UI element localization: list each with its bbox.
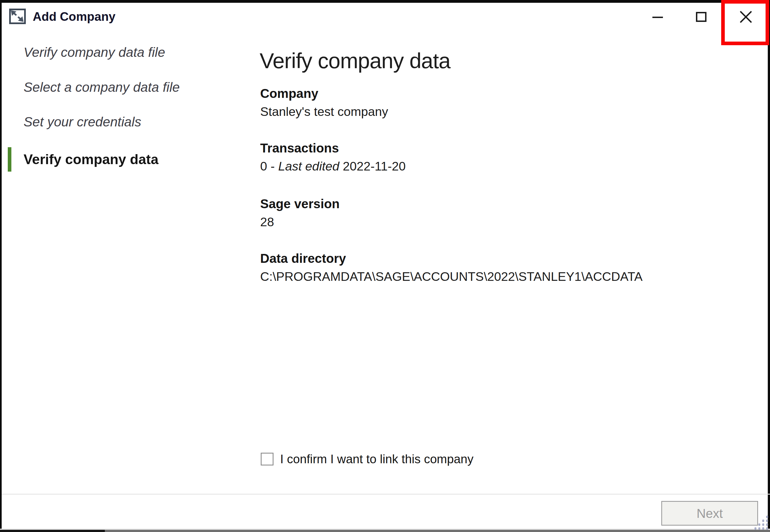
close-button[interactable]	[739, 10, 753, 24]
link-arrows-icon	[9, 9, 26, 24]
field-data-directory: Data directory C:\PROGRAMDATA\SAGE\ACCOU…	[260, 250, 643, 286]
add-company-dialog: Add Company Verify company data file Sel…	[0, 0, 770, 532]
field-transactions: Transactions 0 - Last edited 2022-11-20	[260, 140, 406, 175]
field-label: Transactions	[260, 140, 406, 156]
field-value: Stanley's test company	[260, 103, 388, 121]
window-border-top	[0, 0, 770, 3]
maximize-icon	[696, 12, 707, 22]
window-border-left	[0, 0, 2, 530]
step-select-a-company-data-file[interactable]: Select a company data file	[24, 79, 180, 96]
step-label: Verify company data file	[24, 45, 165, 60]
field-value: C:\PROGRAMDATA\SAGE\ACCOUNTS\2022\STANLE…	[260, 268, 643, 286]
field-label: Company	[260, 85, 388, 102]
step-set-your-credentials[interactable]: Set your credentials	[24, 113, 141, 131]
minimize-icon	[652, 17, 663, 18]
window-border-right	[768, 0, 770, 530]
window-border-bottom-dark-segment	[0, 530, 105, 532]
step-label: Set your credentials	[24, 114, 141, 129]
minimize-button[interactable]	[651, 11, 665, 23]
field-company: Company Stanley's test company	[260, 85, 388, 121]
resize-grip[interactable]	[753, 515, 769, 530]
field-sage-version: Sage version 28	[260, 195, 339, 231]
step-label: Verify company data	[24, 151, 158, 168]
field-value: 0 - Last edited 2022-11-20	[260, 157, 406, 175]
window-border-bottom-gray-segment	[105, 530, 770, 532]
footer-divider	[2, 494, 770, 495]
step-verify-company-data-active[interactable]: Verify company data	[8, 147, 158, 172]
maximize-button[interactable]	[694, 11, 708, 23]
step-verify-company-data-file[interactable]: Verify company data file	[24, 44, 165, 61]
field-label: Sage version	[260, 195, 339, 212]
next-button[interactable]: Next	[661, 501, 758, 526]
confirm-link-company-row[interactable]: I confirm I want to link this company	[261, 452, 474, 466]
field-value: 28	[260, 213, 339, 231]
window-title: Add Company	[33, 9, 115, 24]
field-label: Data directory	[260, 250, 643, 267]
confirm-checkbox-label: I confirm I want to link this company	[280, 452, 474, 466]
step-label: Select a company data file	[24, 80, 180, 95]
close-icon	[739, 10, 753, 24]
confirm-checkbox[interactable]	[261, 453, 273, 465]
page-title: Verify company data	[260, 48, 451, 73]
